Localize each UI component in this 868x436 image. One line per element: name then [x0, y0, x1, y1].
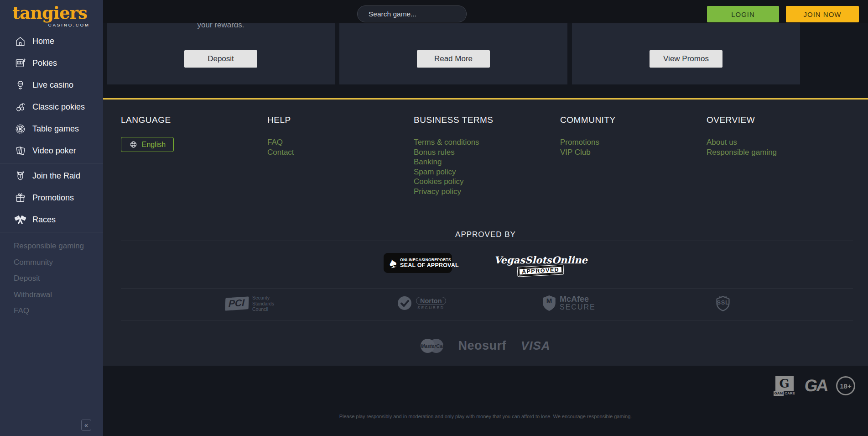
sidebar-item-join-the-raid[interactable]: Join the Raid [0, 165, 103, 187]
casino-chip-icon [14, 122, 26, 135]
responsible-gaming-disclaimer: Please play responsibly and in moderatio… [103, 414, 868, 419]
approved-by-title: APPROVED BY [103, 230, 868, 239]
footer-link[interactable]: Responsible gaming [707, 147, 853, 158]
read-more-button[interactable]: Read More [417, 50, 490, 68]
sidebar-item-label: Promotions [32, 193, 74, 203]
sidebar-link-responsible-gaming[interactable]: Responsible gaming [14, 238, 103, 254]
promo-card-view-promos: View Promos [572, 23, 800, 84]
vso-title: VegasSlotsOnline [494, 254, 587, 266]
sidebar-item-races[interactable]: Races [0, 209, 103, 231]
sidebar-item-home[interactable]: Home [0, 30, 103, 52]
sidebar-item-label: Join the Raid [32, 171, 80, 181]
vegas-slots-online-seal[interactable]: VegasSlotsOnline APPROVED [494, 254, 587, 275]
column-title: BUSINESS TERMS [414, 115, 560, 125]
norton-secured-seal[interactable]: Norton SECURED [396, 295, 446, 311]
language-label: English [142, 141, 166, 149]
norton-label: Norton [416, 297, 446, 305]
promo-card-read-more: Read More [339, 23, 567, 84]
language-button[interactable]: English [121, 137, 174, 152]
footer-column-business-terms: BUSINESS TERMS Terms & conditions Bonus … [414, 115, 560, 196]
footer-link[interactable]: Promotions [560, 137, 707, 147]
sidebar-primary-nav: Home Pokies Live casino Classic pokies [0, 30, 103, 162]
brand-subtitle: CASINO.COM [12, 22, 90, 27]
sidebar-divider [0, 163, 103, 163]
join-now-button[interactable]: JOIN NOW [786, 6, 859, 22]
sidebar-item-label: Live casino [32, 80, 73, 90]
footer-link[interactable]: Privacy policy [414, 187, 560, 197]
ocr-title: ONLINECASINOREPORTS [400, 257, 459, 262]
tangiers-logo[interactable]: tangiers CASINO.COM [0, 0, 103, 30]
home-icon [14, 35, 26, 47]
footer-link[interactable]: Banking [414, 157, 560, 167]
sidebar-link-withdrawal[interactable]: Withdrawal [14, 287, 103, 303]
bottom-strip: G GAM CARE GA 18+ Please play responsibl… [103, 366, 868, 436]
sidebar-item-label: Home [32, 37, 54, 46]
sidebar-item-label: Table games [32, 124, 79, 134]
search-input[interactable] [369, 10, 460, 18]
racing-flags-icon [14, 213, 26, 226]
collapse-sidebar-button[interactable]: « [81, 420, 91, 431]
mastercard-logo: MasterCard [421, 339, 443, 353]
footer-column-community: COMMUNITY Promotions VIP Club [560, 115, 707, 196]
gamcare-badge[interactable]: G GAM CARE [774, 376, 795, 396]
sidebar-link-deposit[interactable]: Deposit [14, 270, 103, 287]
gamblers-anonymous-badge[interactable]: GA [803, 376, 828, 395]
view-promos-button[interactable]: View Promos [650, 50, 722, 68]
column-title: OVERVIEW [707, 115, 853, 125]
footer-link[interactable]: Terms & conditions [414, 137, 560, 147]
mcafee-m: M [542, 297, 556, 305]
cherries-icon [14, 100, 26, 113]
sidebar-item-table-games[interactable]: Table games [0, 118, 103, 140]
sidebar-item-pokies[interactable]: Pokies [0, 52, 103, 74]
topbar: LOGIN JOIN NOW [103, 0, 868, 23]
footer-column-help: HELP FAQ Contact [267, 115, 414, 196]
ssl-shield-icon: SSL [714, 295, 732, 312]
sidebar-item-video-poker[interactable]: Video poker [0, 140, 103, 162]
footer-link[interactable]: Cookies policy [414, 177, 560, 187]
sidebar-secondary-nav: Join the Raid Promotions [0, 165, 103, 231]
footer-link[interactable]: VIP Club [560, 147, 707, 158]
sidebar-item-live-casino[interactable]: Live casino [0, 74, 103, 96]
search-box[interactable] [357, 5, 467, 22]
deposit-button[interactable]: Deposit [184, 50, 257, 68]
pci-line: Standards [252, 301, 274, 307]
main-area: your rewards. Deposit Read More View Pro… [103, 0, 868, 436]
sidebar-item-classic-pokies[interactable]: Classic pokies [0, 96, 103, 118]
mcafee-sublabel: SECURE [560, 304, 596, 311]
pci-security-standards-logo[interactable]: PCI Security Standards Council [225, 295, 274, 312]
mcafee-secure-seal[interactable]: M McAfee SECURE [542, 295, 596, 311]
pci-line: Council [252, 306, 274, 312]
sidebar-item-promotions[interactable]: Promotions [0, 187, 103, 209]
sidebar-link-community[interactable]: Community [14, 254, 103, 271]
ssl-secure-badge[interactable]: SSL [714, 295, 732, 312]
footer-link[interactable]: Contact [267, 147, 414, 158]
gamcare-g: G [775, 376, 794, 391]
sidebar-item-label: Classic pokies [32, 102, 85, 112]
footer-link[interactable]: About us [707, 137, 853, 147]
vso-approved-badge: APPROVED [518, 265, 564, 276]
promo-cards-row: your rewards. Deposit Read More View Pro… [107, 23, 800, 84]
column-title: LANGUAGE [121, 115, 267, 125]
online-casino-reports-seal[interactable]: ♠ ONLINECASINOREPORTS SEAL OF APPROVAL [384, 253, 452, 273]
approvals-row: ♠ ONLINECASINOREPORTS SEAL OF APPROVAL V… [103, 253, 868, 275]
mcafee-label: McAfee [560, 295, 596, 304]
sidebar-item-label: Races [32, 215, 56, 225]
login-button[interactable]: LOGIN [707, 6, 779, 22]
divider [121, 320, 853, 320]
column-title: COMMUNITY [560, 115, 707, 125]
footer-link[interactable]: FAQ [267, 137, 414, 147]
dealer-icon [14, 79, 26, 91]
norton-check-icon [396, 295, 413, 311]
playing-cards-icon [14, 144, 26, 157]
promo-card-deposit: your rewards. Deposit [107, 23, 335, 84]
gamcare-care: CARE [784, 391, 796, 396]
mcafee-shield-icon: M [542, 295, 556, 311]
visa-logo: VISA [521, 339, 551, 353]
sidebar: tangiers CASINO.COM Home Pokies Live [0, 0, 103, 436]
page: tangiers CASINO.COM Home Pokies Live [0, 0, 868, 436]
footer-link[interactable]: Spam policy [414, 167, 560, 177]
sidebar-link-faq[interactable]: FAQ [14, 303, 103, 319]
footer: LANGUAGE English HELP FAQ Contact BUSINE… [103, 100, 868, 366]
payments-row: MasterCard Neosurf VISA [103, 339, 868, 353]
footer-link[interactable]: Bonus rules [414, 147, 560, 158]
